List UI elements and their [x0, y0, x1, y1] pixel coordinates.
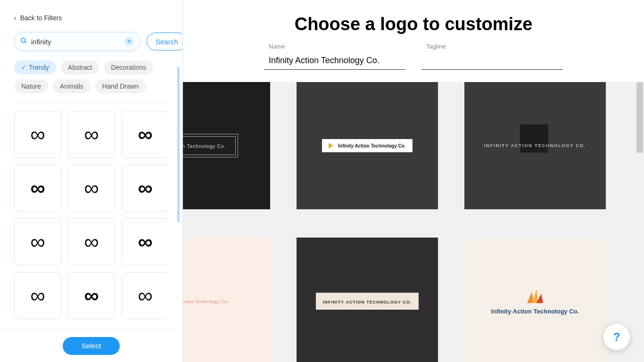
icon-option[interactable]: ∞	[122, 111, 168, 158]
main-panel: Choose a logo to customize Name Tagline …	[183, 0, 644, 362]
help-button[interactable]: ?	[603, 324, 630, 350]
logo-card[interactable]: Infinity Action Technology Co.	[297, 82, 438, 209]
back-to-filters-link[interactable]: ‹ Back to Filters	[14, 14, 168, 22]
chip-animals[interactable]: Animals	[53, 79, 91, 93]
name-input[interactable]	[264, 53, 405, 70]
check-icon: ✓	[21, 64, 26, 71]
chip-decorations[interactable]: Decorations	[104, 60, 153, 74]
logo-card[interactable]: INFINITY ACTION TECHNOLOGY CO.	[297, 238, 438, 362]
icon-option[interactable]: ∞	[14, 165, 61, 212]
search-box: ✕	[14, 32, 140, 51]
main-scrollbar[interactable]	[636, 82, 643, 153]
logo-gallery: ction Technology Co. Infinity Action Tec…	[183, 82, 644, 362]
chip-trendy[interactable]: ✓Trendy	[14, 60, 56, 74]
logo-text: Infinity Action Technology Co.	[491, 308, 579, 315]
icon-option[interactable]: ∞	[14, 111, 61, 158]
sidebar: ‹ Back to Filters ✕ Search ✓Trendy Abstr…	[0, 0, 183, 362]
svg-marker-3	[532, 289, 538, 303]
tagline-label: Tagline	[421, 43, 563, 50]
back-label: Back to Filters	[20, 14, 62, 22]
logo-text: INFINITY ACTION TECHNOLOGY CO.	[323, 300, 412, 304]
page-title: Choose a logo to customize	[183, 14, 644, 34]
icon-option[interactable]: ∞	[122, 218, 168, 265]
logo-card[interactable]: ction Technology Co.	[183, 82, 270, 209]
icon-option[interactable]: ∞	[68, 272, 115, 319]
logo-card[interactable]: INFINITY ACTION TECHNOLOGY CO.	[464, 82, 606, 209]
icon-option[interactable]: ∞	[68, 111, 115, 158]
select-button[interactable]: Select	[63, 337, 120, 355]
icon-option[interactable]: ∞	[68, 165, 115, 212]
logo-text: INFINITY ACTION TECHNOLOGY CO.	[484, 143, 586, 148]
logo-text: nity Action Technology Co.	[183, 298, 228, 304]
icon-option[interactable]: ∞	[122, 165, 168, 212]
search-button[interactable]: Search	[147, 33, 182, 50]
chevron-left-icon: ‹	[14, 14, 17, 22]
search-input[interactable]	[31, 38, 121, 46]
sidebar-scrollbar[interactable]	[177, 67, 180, 222]
square-icon	[520, 124, 548, 153]
icon-option[interactable]: ∞	[122, 272, 168, 319]
chip-hand-drawn[interactable]: Hand Drawn	[95, 79, 146, 93]
flame-icon	[523, 288, 547, 303]
filter-chips: ✓Trendy Abstract Decorations Nature Anim…	[14, 60, 168, 102]
icon-option[interactable]: ∞	[14, 272, 61, 319]
logo-card[interactable]: nity Action Technology Co.	[183, 238, 270, 362]
search-icon	[20, 37, 27, 46]
chip-nature[interactable]: Nature	[14, 79, 48, 93]
clear-search-icon[interactable]: ✕	[124, 37, 134, 46]
svg-line-1	[25, 41, 26, 43]
chip-abstract[interactable]: Abstract	[61, 60, 99, 74]
tagline-input[interactable]	[421, 53, 563, 70]
triangle-icon	[329, 143, 333, 148]
logo-text: Infinity Action Technology Co.	[338, 143, 405, 148]
icon-option[interactable]: ∞	[68, 218, 115, 265]
logo-card[interactable]: Infinity Action Technology Co.	[464, 238, 606, 362]
name-label: Name	[264, 43, 405, 50]
logo-text: ction Technology Co.	[183, 144, 226, 149]
svg-point-0	[21, 38, 25, 42]
icon-grid: ∞ ∞ ∞ ∞ ∞ ∞ ∞ ∞ ∞ ∞ ∞ ∞	[14, 111, 168, 319]
icon-option[interactable]: ∞	[14, 218, 61, 265]
